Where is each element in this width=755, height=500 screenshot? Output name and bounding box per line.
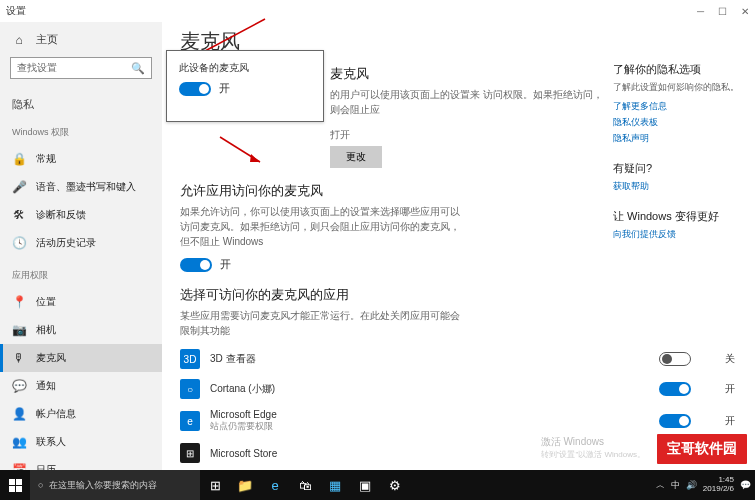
search-placeholder: 查找设置 [17,61,57,75]
section-desc-3: 某些应用需要访问麦克风才能正常运行。在此处关闭应用可能会限制其功能 [180,308,460,338]
sidebar-item-speech[interactable]: 🎤语音、墨迹书写和键入 [0,173,162,201]
app-icon[interactable]: ▦ [320,470,350,500]
speech-icon: 🎤 [12,180,26,194]
sidebar-item-location[interactable]: 📍位置 [0,288,162,316]
help-text: 了解此设置如何影响你的隐私。 [613,81,743,94]
taskbar: ○ 在这里输入你要搜索的内容 ⊞ 📁 e 🛍 ▦ ▣ ⚙ ︿ 中 🔊 1:45 … [0,470,755,500]
callout-title: 此设备的麦克风 [179,61,311,75]
section-heading-3: 选择可访问你的麦克风的应用 [180,286,745,304]
app-row: 3D3D 查看器关 [180,344,745,374]
app-subtitle: 站点仍需要权限 [210,420,649,433]
search-input[interactable]: 查找设置 🔍 [10,57,152,79]
close-icon[interactable]: ✕ [741,6,749,17]
feedback-icon: 🛠 [12,208,26,222]
app-icon: ○ [180,379,200,399]
section-desc: 的用户可以使用该页面上的设置来 访问权限。如果拒绝访问，则会阻止应 [330,87,610,117]
action-center-icon[interactable]: 💬 [740,480,751,490]
taskbar-search-text: 在这里输入你要搜索的内容 [49,479,157,492]
windows-icon [9,479,22,492]
search-icon: 🔍 [131,62,145,75]
start-button[interactable] [0,470,30,500]
sidebar-item-notifications[interactable]: 💬通知 [0,372,162,400]
watermark-badge: 宝哥软件园 [655,432,749,466]
clock[interactable]: 1:45 2019/2/6 [703,476,734,494]
account-icon: 👤 [12,407,26,421]
section-desc-2: 如果允许访问，你可以使用该页面上的设置来选择哪些应用可以访问麦克风。如果拒绝访问… [180,204,460,249]
toggle-label: 关 [725,352,735,366]
app-icon: 3D [180,349,200,369]
notification-icon: 💬 [12,379,26,393]
store-icon[interactable]: 🛍 [290,470,320,500]
allow-apps-toggle[interactable] [180,258,212,272]
contacts-icon: 👥 [12,435,26,449]
app-name: 3D 查看器 [210,352,649,366]
change-button[interactable]: 更改 [330,146,382,168]
sidebar-item-camera[interactable]: 📷相机 [0,316,162,344]
taskbar-search[interactable]: ○ 在这里输入你要搜索的内容 [30,470,200,500]
sidebar-item-account[interactable]: 👤帐户信息 [0,400,162,428]
tray-up-icon[interactable]: ︿ [656,479,665,492]
home-button[interactable]: ⌂ 主页 [0,26,162,53]
camera-icon: 📷 [12,323,26,337]
group-label: Windows 权限 [0,116,162,143]
app-name: Cortana (小娜) [210,382,649,396]
category-label: 隐私 [0,87,162,116]
maximize-icon[interactable]: ☐ [718,6,727,17]
help-panel: 了解你的隐私选项 了解此设置如何影响你的隐私。 了解更多信息 隐私仪表板 隐私声… [613,62,743,244]
sidebar: ⌂ 主页 查找设置 🔍 隐私 Windows 权限 🔒常规 🎤语音、墨迹书写和键… [0,22,162,470]
toggle-label: 开 [219,81,230,96]
help-link[interactable]: 隐私仪表板 [613,116,743,129]
app-icon: e [180,411,200,431]
sidebar-item-microphone[interactable]: 🎙麦克风 [0,344,162,372]
app-row: ○Cortana (小娜)开 [180,374,745,404]
help-title-2: 有疑问? [613,161,743,176]
window-title: 设置 [6,4,26,18]
activate-watermark: 激活 Windows 转到"设置"以激活 Windows。 [541,435,645,460]
app-icon: ⊞ [180,443,200,463]
help-link[interactable]: 向我们提供反馈 [613,228,743,241]
home-icon: ⌂ [12,33,26,47]
section-line: 打开 [330,127,610,142]
app-toggle[interactable] [659,352,691,366]
lock-icon: 🔒 [12,152,26,166]
file-explorer-icon[interactable]: 📁 [230,470,260,500]
device-microphone-callout: 此设备的麦克风 开 [166,50,324,122]
app-toggle[interactable] [659,414,691,428]
home-label: 主页 [36,32,58,47]
group-label-2: 应用权限 [0,259,162,286]
calendar-icon: 📅 [12,463,26,470]
volume-icon[interactable]: 🔊 [686,480,697,490]
app-toggle[interactable] [659,382,691,396]
toggle-label: 开 [725,382,735,396]
task-view-icon[interactable]: ⊞ [200,470,230,500]
app-icon[interactable]: ▣ [350,470,380,500]
sidebar-item-calendar[interactable]: 📅日历 [0,456,162,470]
help-link[interactable]: 隐私声明 [613,132,743,145]
edge-icon[interactable]: e [260,470,290,500]
help-title-3: 让 Windows 变得更好 [613,209,743,224]
search-icon: ○ [38,480,43,490]
help-title: 了解你的隐私选项 [613,62,743,77]
app-name: Microsoft Edge [210,409,649,420]
sidebar-item-diagnostics[interactable]: 🛠诊断和反馈 [0,201,162,229]
help-link[interactable]: 获取帮助 [613,180,743,193]
sidebar-item-general[interactable]: 🔒常规 [0,145,162,173]
toggle-label: 开 [220,257,231,272]
location-icon: 📍 [12,295,26,309]
toggle-label: 开 [725,414,735,428]
history-icon: 🕓 [12,236,26,250]
device-mic-toggle[interactable] [179,82,211,96]
ime-icon[interactable]: 中 [671,479,680,492]
sidebar-item-contacts[interactable]: 👥联系人 [0,428,162,456]
minimize-icon[interactable]: ─ [697,6,704,17]
settings-taskbar-icon[interactable]: ⚙ [380,470,410,500]
microphone-icon: 🎙 [12,351,26,365]
sidebar-item-activity[interactable]: 🕓活动历史记录 [0,229,162,257]
help-link[interactable]: 了解更多信息 [613,100,743,113]
